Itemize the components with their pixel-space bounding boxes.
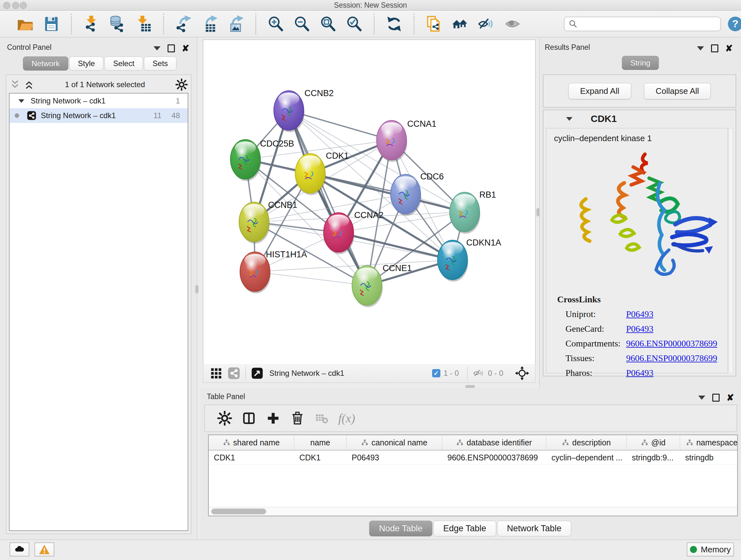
cell-canonical-name[interactable]: P06493 xyxy=(347,453,442,462)
tab-string[interactable]: String xyxy=(622,56,659,70)
collapse-all-button[interactable]: Collapse All xyxy=(644,83,711,99)
delete-column-icon[interactable] xyxy=(289,410,306,427)
crosslink-link[interactable]: P06493 xyxy=(626,368,654,378)
column-header--id[interactable]: @id xyxy=(627,435,680,450)
tree-expand-icon[interactable] xyxy=(18,99,24,103)
tab-select[interactable]: Select xyxy=(105,57,143,71)
collapse-gene-icon[interactable] xyxy=(566,117,572,121)
help-button[interactable]: ? xyxy=(728,17,741,31)
network-canvas[interactable]: CCNB2CCNA1CDC25BCDK1CDC6RB1CCNB1CCNA2CDK… xyxy=(203,40,536,364)
close-panel-icon[interactable]: ✘ xyxy=(725,45,733,52)
node-CDC6[interactable] xyxy=(391,174,421,216)
node-CCNB2[interactable] xyxy=(274,91,305,132)
column-header-shared-name[interactable]: shared name xyxy=(209,435,294,450)
collapse-all-icon[interactable] xyxy=(10,79,20,90)
open-in-new-icon[interactable] xyxy=(251,367,264,380)
crosslink-link[interactable]: 9606.ENSP00000378699 xyxy=(626,353,717,363)
hidden-counts: 0 - 0 xyxy=(488,369,503,378)
grid-view-icon[interactable] xyxy=(210,367,222,380)
import-network-icon[interactable] xyxy=(83,15,100,33)
node-CDKN1A[interactable] xyxy=(437,240,468,282)
panel-menu-icon[interactable] xyxy=(697,46,704,51)
float-panel-icon[interactable] xyxy=(167,44,175,52)
export-table-icon[interactable] xyxy=(201,15,218,33)
save-session-icon[interactable] xyxy=(43,15,60,33)
search-box[interactable] xyxy=(564,17,721,31)
close-window-button[interactable] xyxy=(3,2,10,9)
float-panel-icon[interactable] xyxy=(711,44,718,52)
new-network-from-selection-icon[interactable] xyxy=(425,15,443,33)
tab-node-table[interactable]: Node Table xyxy=(369,521,432,537)
zoom-selected-icon[interactable] xyxy=(346,15,363,33)
cell-name[interactable]: CDK1 xyxy=(294,453,347,462)
warning-button[interactable] xyxy=(35,543,54,557)
expand-all-icon[interactable] xyxy=(23,79,35,90)
show-columns-icon[interactable] xyxy=(241,410,257,427)
gear-icon[interactable] xyxy=(176,78,188,91)
hide-selected-icon[interactable] xyxy=(478,15,495,33)
tab-edge-table[interactable]: Edge Table xyxy=(433,521,496,537)
column-header-namespace[interactable]: namespace xyxy=(680,435,738,450)
expand-all-button[interactable]: Expand All xyxy=(568,83,631,99)
search-input[interactable] xyxy=(578,19,713,29)
create-column-icon[interactable] xyxy=(265,410,281,427)
panel-menu-icon[interactable] xyxy=(698,395,705,400)
string-share-icon[interactable] xyxy=(227,367,240,380)
cell-database-identifier[interactable]: 9606.ENSP00000378699 xyxy=(442,453,546,462)
selected-nodes-checkbox[interactable]: ✓ xyxy=(432,369,441,377)
export-image-icon[interactable] xyxy=(227,15,245,33)
close-panel-icon[interactable]: ✘ xyxy=(727,395,734,401)
cell--id[interactable]: stringdb:9... xyxy=(627,453,680,462)
refresh-layout-icon[interactable] xyxy=(386,15,403,33)
cell-shared-name[interactable]: CDK1 xyxy=(209,453,294,462)
network-row-selected[interactable]: String Network – cdk1 11 48 xyxy=(10,108,188,123)
left-splitter-grip[interactable] xyxy=(195,285,199,294)
zoom-out-icon[interactable] xyxy=(293,15,311,33)
zoom-in-icon[interactable] xyxy=(267,15,284,33)
node-CDC25B[interactable] xyxy=(230,139,261,181)
float-panel-icon[interactable] xyxy=(712,394,720,401)
tab-style[interactable]: Style xyxy=(69,57,104,71)
network-collection-row[interactable]: String Network – cdk1 1 xyxy=(10,94,188,108)
zoom-window-button[interactable] xyxy=(20,2,27,9)
table-settings-gear-icon[interactable] xyxy=(216,410,233,427)
column-header-description[interactable]: description xyxy=(546,435,627,450)
fit-content-icon[interactable] xyxy=(515,366,529,381)
import-table-icon[interactable] xyxy=(135,15,152,33)
export-network-icon[interactable] xyxy=(175,15,192,33)
results-scrollbar[interactable] xyxy=(729,128,733,373)
node-table[interactable]: shared namenamecanonical namedatabase id… xyxy=(208,435,738,516)
table-row[interactable]: CDK1CDK1P064939606.ENSP00000378699cyclin… xyxy=(209,450,737,465)
open-session-icon[interactable] xyxy=(17,15,34,33)
node-CCNB1[interactable] xyxy=(239,202,270,244)
import-database-icon[interactable] xyxy=(109,15,126,33)
tab-network-table[interactable]: Network Table xyxy=(497,521,571,537)
cell-description[interactable]: cyclin–dependent ... xyxy=(546,453,627,462)
column-header-canonical-name[interactable]: canonical name xyxy=(347,435,442,450)
column-header-database-identifier[interactable]: database identifier xyxy=(442,435,546,450)
cloud-button[interactable] xyxy=(10,543,29,557)
tab-network[interactable]: Network xyxy=(23,57,68,71)
memory-button[interactable]: Memory xyxy=(687,543,734,557)
zoom-fit-icon[interactable] xyxy=(320,15,337,33)
node-CCNA1[interactable] xyxy=(377,120,407,162)
node-RB1[interactable] xyxy=(450,192,480,234)
close-panel-icon[interactable]: ✘ xyxy=(182,45,189,52)
table-hscrollbar[interactable] xyxy=(209,507,737,516)
crosslink-link[interactable]: P06493 xyxy=(626,324,654,334)
panel-menu-icon[interactable] xyxy=(153,46,160,51)
edge-HIST1H1A-CCNE1[interactable] xyxy=(255,272,367,286)
node-CDK1[interactable] xyxy=(295,153,326,195)
crosslink-link[interactable]: 9606.ENSP00000378699 xyxy=(626,338,717,349)
crosslink-row: Compartments:9606.ENSP00000378699 xyxy=(557,338,717,349)
minimize-window-button[interactable] xyxy=(12,2,19,9)
crosslink-link[interactable]: P06493 xyxy=(626,309,654,319)
hscroll-thumb[interactable] xyxy=(211,509,266,514)
tab-sets[interactable]: Sets xyxy=(144,57,177,71)
column-header-name[interactable]: name xyxy=(294,435,347,450)
select-first-neighbors-icon[interactable] xyxy=(452,15,469,33)
node-CCNA2[interactable] xyxy=(324,212,354,254)
node-CCNE1[interactable] xyxy=(352,266,383,307)
hidden-eye-icon[interactable] xyxy=(473,367,485,379)
cell-namespace[interactable]: stringdb xyxy=(680,453,738,462)
